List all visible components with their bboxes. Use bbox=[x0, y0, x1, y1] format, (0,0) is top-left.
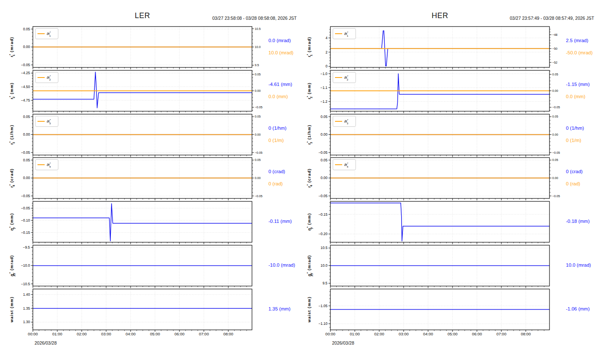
ler-x-axis-date: 2026/03/28 bbox=[35, 340, 57, 345]
x-tick-label: 04:00 bbox=[121, 332, 140, 336]
svg-text:−4.75: −4.75 bbox=[21, 98, 30, 102]
readout-orange-ler-r1: 10.0 (mrad) bbox=[268, 50, 299, 56]
readout-blue-her-eta_y: -0.18 (mm) bbox=[566, 219, 595, 225]
svg-text:r*4 (crad): r*4 (crad) bbox=[9, 169, 15, 188]
svg-text:0.05: 0.05 bbox=[552, 115, 558, 118]
svg-text:−1.2: −1.2 bbox=[321, 99, 328, 104]
plot-her-waist: −1.05−1.10waist (mm) bbox=[330, 289, 549, 330]
svg-text:−1.05: −1.05 bbox=[319, 304, 327, 308]
readout-blue-her-eta_py: 10.0 (mrad) bbox=[566, 262, 595, 269]
x-tick-label: 05:00 bbox=[146, 332, 164, 336]
readout-blue-her-r3: 0 (1/hm) bbox=[566, 126, 595, 132]
svg-text:−1.1: −1.1 bbox=[321, 86, 328, 90]
readout-blue-ler-r4: 0 (crad) bbox=[268, 169, 299, 175]
svg-text:−0.05: −0.05 bbox=[255, 105, 263, 109]
svg-text:0.00: 0.00 bbox=[255, 133, 261, 136]
svg-text:r*1 (mrad): r*1 (mrad) bbox=[9, 37, 15, 57]
plot-her-r2: −1.0−1.1−1.20.050.00−0.05∂r*2r*2 (mm) bbox=[330, 70, 549, 111]
x-tick-label: 04:00 bbox=[419, 332, 437, 336]
svg-text:0.05: 0.05 bbox=[321, 114, 328, 118]
svg-text:η*py (mrad): η*py (mrad) bbox=[9, 255, 16, 276]
plot-ler-r1: 0.050.00−0.0510.510.09.5∂r*1r*1 (mrad) bbox=[33, 27, 252, 67]
svg-text:η*y (mm): η*y (mm) bbox=[9, 213, 16, 231]
svg-text:−0.20: −0.20 bbox=[319, 232, 327, 236]
svg-text:0.00: 0.00 bbox=[23, 176, 30, 180]
readout-blue-ler-r3: 0 (1/hm) bbox=[268, 126, 299, 132]
svg-text:η*py (mrad): η*py (mrad) bbox=[306, 255, 313, 276]
her-panel: HER 03/27 23:57:49 - 03/28 08:57:49, 202… bbox=[298, 0, 595, 364]
x-tick-label: 06:00 bbox=[468, 332, 486, 336]
x-tick-label: 02:00 bbox=[72, 332, 91, 336]
plot-ler-r3: 0.050.00−0.050.050.00−0.05∂r*3r*3 (1/hm) bbox=[33, 114, 252, 155]
svg-text:2: 2 bbox=[325, 50, 327, 54]
svg-text:−0.05: −0.05 bbox=[21, 150, 30, 154]
svg-text:4: 4 bbox=[325, 36, 327, 40]
svg-text:−48: −48 bbox=[552, 33, 557, 37]
readout-blue-ler-r1: 0.0 (mrad) bbox=[268, 38, 299, 44]
svg-text:r*2 (mm): r*2 (mm) bbox=[306, 82, 313, 99]
svg-text:r*1 (mrad): r*1 (mrad) bbox=[306, 37, 313, 57]
svg-text:−9.5: −9.5 bbox=[23, 245, 30, 249]
svg-text:−0.15: −0.15 bbox=[319, 212, 327, 217]
svg-text:0.05: 0.05 bbox=[321, 158, 328, 162]
svg-text:waist (mm): waist (mm) bbox=[9, 296, 14, 323]
svg-text:0.00: 0.00 bbox=[255, 89, 261, 93]
svg-text:−0.05: −0.05 bbox=[552, 150, 560, 154]
svg-text:0.05: 0.05 bbox=[255, 115, 261, 118]
svg-text:10.0: 10.0 bbox=[255, 45, 261, 49]
svg-text:0.05: 0.05 bbox=[552, 72, 558, 76]
svg-text:1.30: 1.30 bbox=[23, 320, 30, 324]
readout-blue-her-waist: -1.06 (mm) bbox=[566, 306, 595, 313]
svg-text:−0.05: −0.05 bbox=[255, 194, 263, 198]
readout-orange-ler-r4: 0 (rad) bbox=[268, 181, 299, 187]
svg-text:9.5: 9.5 bbox=[255, 63, 259, 67]
svg-text:−52: −52 bbox=[552, 61, 557, 64]
legend-r3: ∂r*3 bbox=[35, 116, 58, 126]
svg-text:−1.0: −1.0 bbox=[321, 72, 328, 76]
x-tick-label: 07:00 bbox=[492, 332, 511, 336]
svg-text:r*3 (1/hm): r*3 (1/hm) bbox=[306, 124, 313, 145]
svg-text:0.00: 0.00 bbox=[552, 176, 558, 180]
x-tick-label: 02:00 bbox=[370, 332, 389, 336]
legend-r3: ∂r*3 bbox=[333, 116, 356, 126]
plot-her-eta_y: −0.15−0.20η*y (mm) bbox=[330, 201, 549, 242]
svg-text:−4.25: −4.25 bbox=[21, 71, 30, 75]
svg-text:−0.05: −0.05 bbox=[21, 206, 30, 210]
svg-text:−4.50: −4.50 bbox=[21, 84, 30, 88]
svg-text:−10.0: −10.0 bbox=[21, 263, 30, 268]
x-tick-label: 08:00 bbox=[219, 332, 238, 336]
svg-text:−0.05: −0.05 bbox=[319, 150, 327, 154]
svg-text:0.00: 0.00 bbox=[321, 176, 328, 180]
x-tick-label: 08:00 bbox=[517, 332, 535, 336]
legend-r2: ∂r*2 bbox=[333, 72, 356, 83]
x-tick-label: 01:00 bbox=[346, 332, 364, 336]
plot-her-r1: 420−48−50−52∂r*1r*1 (mrad) bbox=[330, 27, 549, 67]
svg-text:waist (mm): waist (mm) bbox=[307, 296, 311, 323]
svg-text:−10.5: −10.5 bbox=[21, 282, 30, 286]
x-tick-label: 06:00 bbox=[170, 332, 189, 336]
readout-orange-her-r2: 0.0 (mm) bbox=[566, 94, 595, 100]
svg-text:10.0: 10.0 bbox=[321, 263, 328, 268]
ler-plot-stack: 0.050.00−0.0510.510.09.5∂r*1r*1 (mrad)0.… bbox=[0, 0, 298, 364]
x-tick-label: 01:00 bbox=[48, 332, 67, 336]
legend-r4: ∂r*4 bbox=[333, 160, 356, 170]
readout-orange-ler-r3: 0 (1/m) bbox=[268, 138, 299, 144]
svg-text:0.05: 0.05 bbox=[255, 158, 261, 162]
readout-blue-ler-eta_y: -0.11 (mm) bbox=[268, 219, 299, 225]
readout-orange-her-r3: 0 (1/m) bbox=[566, 138, 595, 144]
plot-ler-eta_y: −0.05−0.10−0.15η*y (mm) bbox=[33, 201, 252, 242]
plot-her-r3: 0.050.00−0.050.050.00−0.05∂r*3r*3 (1/hm) bbox=[330, 114, 549, 155]
ler-panel: LER 03/27 23:58:08 - 03/28 08:58:08, 202… bbox=[0, 0, 298, 364]
legend-r2: ∂r*2 bbox=[35, 72, 58, 83]
svg-text:−0.05: −0.05 bbox=[319, 194, 327, 198]
svg-text:−0.05: −0.05 bbox=[255, 150, 263, 154]
svg-text:0.00: 0.00 bbox=[255, 176, 261, 180]
her-x-axis-date: 2026/03/28 bbox=[332, 340, 354, 345]
plot-ler-eta_py: −9.5−10.0−10.5η*py (mrad) bbox=[33, 245, 252, 286]
x-tick-label: 07:00 bbox=[195, 332, 213, 336]
svg-text:0: 0 bbox=[325, 64, 327, 68]
svg-text:0.05: 0.05 bbox=[23, 27, 30, 31]
readout-orange-her-r1: -50.0 (mrad) bbox=[566, 50, 595, 56]
legend-r1: ∂r*1 bbox=[35, 29, 58, 39]
svg-text:−0.15: −0.15 bbox=[21, 230, 30, 235]
